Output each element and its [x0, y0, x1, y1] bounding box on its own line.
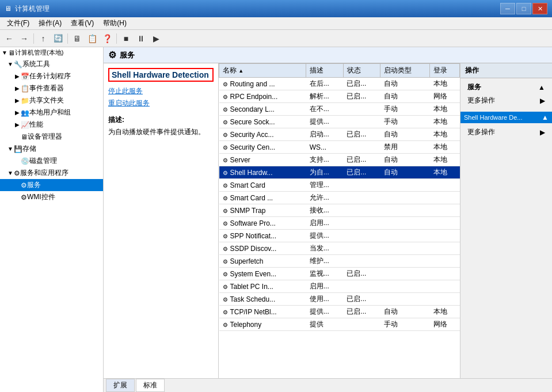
service-desc: 支持...	[306, 154, 344, 166]
sidebar-item-root[interactable]: ▼ 🖥 计算机管理(本地)	[0, 47, 103, 58]
device-label: 设备管理器	[28, 132, 62, 142]
expand-users[interactable]: ▶	[14, 109, 21, 116]
service-desc: 接收...	[306, 204, 344, 217]
expand-task[interactable]: ▶	[14, 73, 21, 79]
tab-expand[interactable]: 扩展	[106, 379, 135, 392]
system-icon: 🔧	[14, 60, 22, 68]
service-status	[343, 141, 380, 154]
expand-perf[interactable]: ▶	[14, 121, 21, 128]
table-row[interactable]: ⚙Secondary L... 在不... 手动 本地	[219, 103, 460, 116]
toolbar-up[interactable]: ↑	[36, 32, 50, 45]
sidebar-item-services-apps[interactable]: ▼ ⚙ 服务和应用程序	[0, 167, 103, 179]
menu-action[interactable]: 操作(A)	[34, 17, 66, 29]
expand-shared[interactable]: ▶	[14, 97, 21, 104]
sidebar-item-task-scheduler[interactable]: ▶ 📅 任务计划程序	[0, 70, 103, 82]
table-row[interactable]: ⚙Security Acc... 启动... 已启... 自动 本地	[219, 128, 460, 141]
service-status	[343, 242, 380, 255]
service-logon	[430, 242, 460, 255]
sidebar-item-shared-folders[interactable]: ▶ 📁 共享文件夹	[0, 94, 103, 106]
menu-file[interactable]: 文件(F)	[2, 17, 34, 29]
stop-service-link[interactable]: 停止此服务	[108, 86, 214, 96]
sidebar-item-services[interactable]: ⚙ 服务	[0, 179, 103, 191]
table-row[interactable]: ⚙Smart Card 管理...	[219, 179, 460, 192]
toolbar-start[interactable]: ▶	[149, 32, 163, 45]
menu-help[interactable]: 帮助(H)	[98, 17, 131, 29]
col-name[interactable]: 名称	[219, 64, 306, 78]
expand-system[interactable]: ▼	[7, 61, 14, 67]
col-startup[interactable]: 启动类型	[380, 64, 430, 78]
sidebar-item-device-manager[interactable]: 🖥 设备管理器	[0, 131, 103, 143]
detail-split: Shell Hardware Detection 停止此服务 重启动此服务 描述…	[104, 63, 552, 378]
col-status[interactable]: 状态	[343, 64, 380, 78]
col-logon[interactable]: 登录	[430, 64, 460, 78]
table-row[interactable]: ⚙Task Schedu... 使用... 已启...	[219, 293, 460, 306]
event-icon: 📋	[21, 85, 29, 93]
table-row[interactable]: ⚙Routing and ... 在后... 已启... 自动 本地	[219, 78, 460, 90]
table-row[interactable]: ⚙Smart Card ... 允许...	[219, 192, 460, 204]
service-list[interactable]: 名称 描述 状态 启动类型 登录 ⚙Routing and ... 在后... …	[219, 63, 460, 378]
table-row[interactable]: ⚙Security Cen... WS... 禁用 本地	[219, 141, 460, 154]
right-panel-section1: 服务 ▲ 更多操作 ▶	[460, 78, 552, 109]
right-panel-more-actions-2[interactable]: 更多操作 ▶	[465, 125, 547, 139]
toolbar-properties[interactable]: 📋	[85, 32, 99, 45]
service-status: 已启...	[343, 293, 380, 306]
sidebar-item-event-viewer[interactable]: ▶ 📋 事件查看器	[0, 82, 103, 94]
tab-standard[interactable]: 标准	[136, 379, 165, 392]
sidebar-item-local-users[interactable]: ▶ 👥 本地用户和组	[0, 106, 103, 119]
table-row[interactable]: ⚙RPC Endpoin... 解析... 已启... 自动 网络	[219, 90, 460, 103]
table-row[interactable]: ⚙Shell Hardw... 为自... 已启... 自动 本地	[219, 166, 460, 179]
event-label: 事件查看器	[29, 83, 64, 93]
service-logon	[430, 192, 460, 204]
service-startup	[380, 255, 430, 268]
minimize-button[interactable]: ─	[500, 3, 515, 14]
toolbar-help[interactable]: ❓	[100, 32, 114, 45]
sidebar-item-wmi[interactable]: ⚙ WMI控件	[0, 191, 103, 203]
service-desc: 为自...	[306, 166, 344, 179]
sidebar-item-disk-management[interactable]: 💿 磁盘管理	[0, 155, 103, 167]
service-logon: 本地	[430, 141, 460, 154]
sidebar-item-system-tools[interactable]: ▼ 🔧 系统工具	[0, 58, 103, 70]
expand-event[interactable]: ▶	[14, 85, 21, 92]
toolbar-pause[interactable]: ⏸	[134, 32, 148, 45]
col-desc[interactable]: 描述	[306, 64, 344, 78]
table-row[interactable]: ⚙SNMP Trap 接收...	[219, 204, 460, 217]
service-startup: 自动	[380, 128, 430, 141]
shared-icon: 📁	[21, 97, 29, 105]
service-logon: 本地	[430, 154, 460, 166]
right-panel-more-actions-1[interactable]: 更多操作 ▶	[465, 94, 547, 107]
service-name: ⚙System Even...	[219, 268, 306, 280]
service-startup	[380, 179, 430, 192]
wmi-icon: ⚙	[21, 193, 27, 201]
expand-svc-apps[interactable]: ▼	[7, 170, 14, 176]
service-startup	[380, 280, 430, 293]
table-row[interactable]: ⚙TCP/IP NetBl... 提供... 已启... 自动 本地	[219, 306, 460, 318]
close-button[interactable]: ✕	[532, 3, 547, 14]
toolbar-forward[interactable]: →	[17, 32, 31, 45]
table-row[interactable]: ⚙Server 支持... 已启... 自动 本地	[219, 154, 460, 166]
sidebar-item-storage[interactable]: ▼ 💾 存储	[0, 143, 103, 155]
table-row[interactable]: ⚙Secure Sock... 提供... 手动 本地	[219, 116, 460, 128]
expand-root[interactable]: ▼	[1, 50, 8, 56]
title-bar-buttons: ─ □ ✕	[500, 3, 547, 14]
toolbar-refresh[interactable]: 🔄	[51, 32, 65, 45]
table-row[interactable]: ⚙SPP Notificat... 提供...	[219, 230, 460, 242]
maximize-button[interactable]: □	[516, 3, 531, 14]
table-row[interactable]: ⚙System Even... 监视... 已启...	[219, 268, 460, 280]
expand-storage[interactable]: ▼	[7, 146, 14, 152]
table-row[interactable]: ⚙Superfetch 维护...	[219, 255, 460, 268]
table-row[interactable]: ⚙SSDP Discov... 当发...	[219, 242, 460, 255]
toolbar-stop[interactable]: ■	[119, 32, 133, 45]
service-name: ⚙SNMP Trap	[219, 204, 306, 217]
sidebar-item-performance[interactable]: ▶ 📈 性能	[0, 119, 103, 131]
main-container: ▼ 🖥 计算机管理(本地) ▼ 🔧 系统工具 ▶ 📅 任务计划程序 ▶ 📋 事件…	[0, 47, 552, 392]
menu-view[interactable]: 查看(V)	[66, 17, 98, 29]
service-header-title: 服务	[120, 50, 135, 60]
toolbar-computer[interactable]: 🖥	[70, 32, 84, 45]
table-row[interactable]: ⚙Tablet PC In... 启用...	[219, 280, 460, 293]
table-row[interactable]: ⚙Telephony 提供 手动 网络	[219, 318, 460, 331]
table-row[interactable]: ⚙Software Pro... 启用...	[219, 217, 460, 230]
restart-service-link[interactable]: 重启动此服务	[108, 98, 214, 108]
title-bar: 🖥 计算机管理 ─ □ ✕	[0, 0, 552, 17]
toolbar-back[interactable]: ←	[2, 32, 16, 45]
service-logon: 本地	[430, 128, 460, 141]
